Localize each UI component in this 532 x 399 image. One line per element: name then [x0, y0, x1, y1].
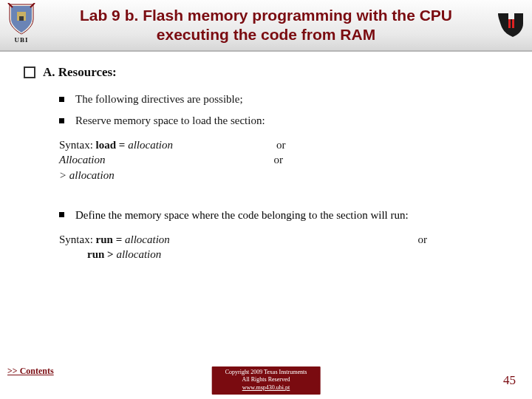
header: UBI Lab 9 b. Flash memory programming wi…: [0, 0, 532, 52]
page-number: 45: [503, 373, 516, 388]
syntax-keyword: run >: [87, 248, 116, 260]
bullet-item: Reserve memory space to load the section…: [24, 115, 508, 127]
page-title: Lab 9 b. Flash memory programming with t…: [44, 6, 488, 45]
ubi-text: UBI: [14, 37, 28, 44]
ti-logo: [495, 9, 526, 40]
svg-rect-2: [508, 19, 511, 28]
footer-copyright: Copyright 2009 Texas Instruments All Rig…: [212, 366, 321, 395]
syntax-var: allocation: [128, 139, 173, 151]
syntax-or: or: [173, 137, 286, 152]
footer: Copyright 2009 Texas Instruments All Rig…: [0, 362, 532, 399]
syntax-var: allocation: [125, 233, 170, 245]
syntax-or: or: [418, 232, 428, 247]
svg-rect-3: [512, 19, 514, 28]
footer-url: www.msp430.ubi.pt: [225, 384, 307, 392]
crest-icon: [7, 3, 36, 35]
bullet-item: The following directives are possible;: [24, 93, 508, 106]
copyright-line: All Rights Reserved: [225, 376, 307, 383]
syntax-block: Syntax: load = allocation or Allocation …: [24, 137, 508, 183]
syntax-var: Allocation: [59, 154, 106, 166]
syntax-prefix: Syntax:: [59, 139, 96, 151]
bullet-item: Define the memory space where the code b…: [24, 209, 508, 222]
syntax-var: > allocation: [59, 169, 115, 181]
syntax-keyword: run =: [96, 233, 125, 245]
section-heading: A. Resources:: [24, 65, 508, 80]
syntax-keyword: load =: [96, 139, 129, 151]
svg-rect-1: [19, 16, 24, 21]
copyright-line: Copyright 2009 Texas Instruments: [225, 369, 307, 376]
ubi-logo: UBI: [4, 3, 38, 49]
syntax-prefix: Syntax:: [59, 233, 96, 245]
syntax-var: allocation: [116, 248, 161, 260]
syntax-block: Syntax: run = allocation or run > alloca…: [24, 232, 508, 262]
content: A. Resources: The following directives a…: [0, 52, 532, 362]
syntax-or: or: [106, 152, 284, 167]
